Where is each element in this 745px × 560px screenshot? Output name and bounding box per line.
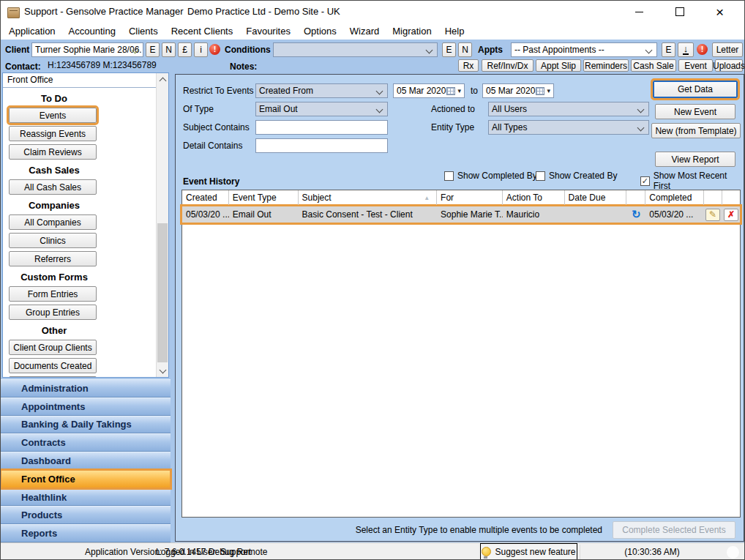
- close-button[interactable]: ×: [700, 1, 740, 23]
- restrict-combobox[interactable]: Created From: [255, 83, 388, 98]
- sidebar-item-client-group-clients[interactable]: Client Group Clients: [9, 340, 97, 355]
- column-header-completed[interactable]: Completed: [645, 190, 704, 205]
- sidebar-item-clipped[interactable]: [9, 376, 97, 377]
- appts-combobox[interactable]: -- Past Appointments --: [511, 42, 657, 57]
- column-header-date-due[interactable]: Date Due: [565, 190, 627, 205]
- accordion-banking-daily-takings[interactable]: Banking & Daily Takings: [1, 416, 171, 434]
- toolbar-button-reminders[interactable]: Reminders: [583, 59, 629, 72]
- scroll-down-icon[interactable]: [157, 365, 168, 377]
- checkbox-show-most-recent-first[interactable]: ✓Show Most Recent First: [640, 171, 744, 191]
- sidebar-item-all-cash-sales[interactable]: All Cash Sales: [9, 179, 97, 195]
- toolbar-button-event[interactable]: Event: [678, 59, 713, 72]
- sidebar-heading-to-do: To Do: [4, 93, 104, 105]
- menu-accounting[interactable]: Accounting: [62, 26, 122, 37]
- sidebar-item-events[interactable]: Events: [9, 108, 97, 123]
- conditions-n-button[interactable]: N: [458, 42, 472, 57]
- sidebar-item-claim-reviews[interactable]: Claim Reviews: [9, 144, 97, 160]
- conditions-label: Conditions: [225, 42, 271, 57]
- actioned-to-combobox[interactable]: All Users: [488, 102, 649, 116]
- checkbox-show-completed-by[interactable]: Show Completed By: [444, 171, 537, 181]
- client-combobox[interactable]: Turner Sophie Marie 28/06.: [31, 42, 143, 57]
- menu-clients[interactable]: Clients: [122, 26, 165, 37]
- menu-wizard[interactable]: Wizard: [343, 26, 386, 37]
- letter-button[interactable]: Letter: [712, 42, 743, 57]
- checkbox-box[interactable]: [444, 171, 454, 181]
- client-n-button[interactable]: N: [162, 42, 176, 57]
- accordion-healthlink[interactable]: Healthlink: [1, 488, 171, 507]
- maximize-button[interactable]: [659, 1, 700, 23]
- column-header-for[interactable]: For: [437, 190, 503, 205]
- notes-label: Notes:: [230, 59, 257, 74]
- column-header-col8[interactable]: [704, 190, 722, 205]
- toolbar-button-rx[interactable]: Rx: [458, 59, 479, 72]
- client-e-button[interactable]: E: [146, 42, 160, 57]
- minimize-button[interactable]: [619, 1, 659, 23]
- edit-button[interactable]: ✎: [705, 209, 720, 221]
- client-pound-button[interactable]: £: [178, 42, 192, 57]
- accordion-dashboard[interactable]: Dashboard: [1, 452, 171, 470]
- chevron-down-icon: [376, 106, 383, 113]
- sidebar-item-clinics[interactable]: Clinics: [9, 233, 97, 248]
- accordion-front-office[interactable]: Front Office: [1, 470, 171, 488]
- column-header-created[interactable]: Created: [182, 190, 229, 205]
- scroll-up-icon[interactable]: [157, 73, 168, 86]
- conditions-combobox[interactable]: [273, 42, 438, 57]
- entity-type-combobox[interactable]: All Types: [488, 120, 649, 135]
- scrollbar-thumb[interactable]: [157, 223, 168, 362]
- suggest-new-feature-button[interactable]: Suggest new feature: [480, 543, 577, 560]
- conditions-e-button[interactable]: E: [442, 42, 456, 57]
- toolbar-button-appt-slip[interactable]: Appt Slip: [536, 59, 581, 72]
- event-row[interactable]: 05/03/20 ...Email OutBasic Consent - Tes…: [182, 206, 740, 223]
- menu-favourites[interactable]: Favourites: [239, 26, 297, 37]
- checkbox-show-created-by[interactable]: Show Created By: [536, 171, 617, 181]
- toolbar-button-cash-sale[interactable]: Cash Sale: [631, 59, 676, 72]
- appts-e-button[interactable]: E: [662, 42, 675, 57]
- view-report-button[interactable]: View Report: [655, 152, 735, 167]
- menu-recent-clients[interactable]: Recent Clients: [165, 26, 240, 37]
- sidebar-item-referrers[interactable]: Referrers: [9, 251, 97, 266]
- detail-contains-input[interactable]: [255, 138, 388, 153]
- checkbox-box[interactable]: [536, 171, 545, 181]
- panel-header: Front Office: [3, 73, 156, 88]
- date-to-picker[interactable]: 05 Mar 2020 ▾: [482, 83, 554, 98]
- subject-contains-input[interactable]: [255, 120, 388, 135]
- sidebar-item-group-entries[interactable]: Group Entries: [9, 305, 97, 320]
- toolbar-button-ref-inv-dx[interactable]: Ref/Inv/Dx: [482, 59, 534, 72]
- delete-button[interactable]: ✗: [724, 209, 738, 221]
- sidebar-item-reassign-events[interactable]: Reassign Events: [9, 126, 97, 141]
- get-data-button[interactable]: Get Data: [653, 81, 738, 98]
- accordion-appointments[interactable]: Appointments: [1, 397, 171, 416]
- client-alert-icon: [209, 44, 220, 55]
- sidebar-item-form-entries[interactable]: Form Entries: [9, 286, 97, 302]
- entity-type-value: All Types: [492, 122, 527, 132]
- accordion-products[interactable]: Products: [1, 506, 171, 524]
- client-info-button[interactable]: i: [194, 42, 208, 57]
- new-from-template-button[interactable]: New (from Template): [651, 123, 741, 138]
- detail-contains-label: Detail Contains: [183, 138, 242, 153]
- column-header-col6[interactable]: [626, 190, 645, 205]
- column-header-event-type[interactable]: Event Type: [229, 190, 299, 205]
- column-header-subject[interactable]: Subject▲: [299, 190, 437, 205]
- menu-application[interactable]: Application: [2, 26, 62, 37]
- date-from-picker[interactable]: 05 Mar 2020 ▾: [393, 83, 465, 98]
- toolbar-button-uploads[interactable]: Uploads: [715, 59, 743, 72]
- checkbox-label: Show Most Recent First: [654, 171, 744, 191]
- of-type-combobox[interactable]: Email Out: [255, 102, 388, 116]
- menu-help[interactable]: Help: [438, 26, 471, 37]
- accordion-reports[interactable]: Reports: [1, 524, 171, 542]
- checkbox-box[interactable]: ✓: [640, 176, 650, 186]
- accordion-administration[interactable]: Administration: [1, 379, 171, 397]
- column-header-action-to[interactable]: Action To: [503, 190, 565, 205]
- download-button[interactable]: ↓: [678, 42, 694, 57]
- accordion-contracts[interactable]: Contracts: [1, 433, 171, 452]
- menu-options[interactable]: Options: [297, 26, 343, 37]
- new-event-button[interactable]: New Event: [655, 104, 735, 119]
- sidebar-scrollbar[interactable]: [156, 73, 168, 377]
- column-header-col9[interactable]: [722, 190, 740, 205]
- sidebar-item-all-companies[interactable]: All Companies: [9, 214, 97, 230]
- sidebar-item-documents-created[interactable]: Documents Created: [9, 358, 97, 373]
- cell-delete: ✗: [722, 209, 740, 221]
- menu-migration[interactable]: Migration: [386, 26, 438, 37]
- sidebar-scroll-area: To DoEventsReassign EventsClaim ReviewsC…: [3, 88, 156, 377]
- complete-selected-events-button[interactable]: Complete Selected Events: [613, 521, 735, 539]
